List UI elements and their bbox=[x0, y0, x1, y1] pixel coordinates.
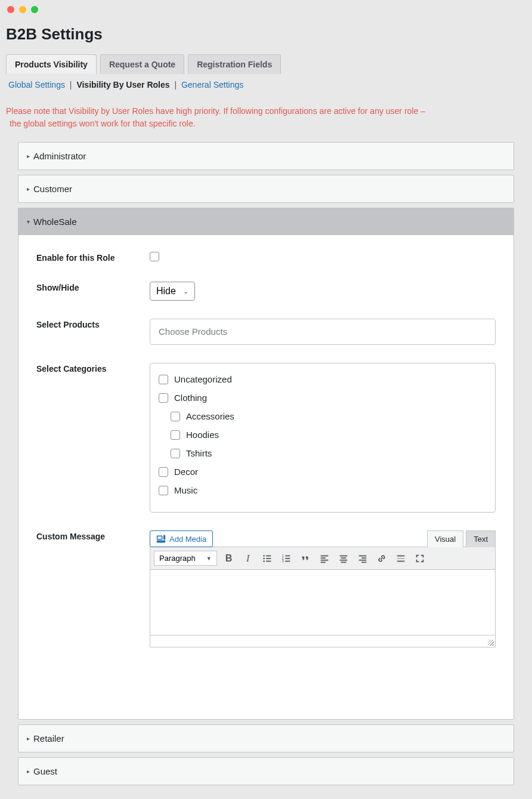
svg-rect-21 bbox=[361, 557, 366, 559]
role-label: Administrator bbox=[33, 151, 86, 161]
select-categories-label: Select Categories bbox=[36, 363, 150, 513]
bullet-list-button[interactable] bbox=[260, 551, 274, 566]
role-accordion-guest[interactable]: ▸ Guest bbox=[18, 757, 514, 785]
showhide-label: Show/Hide bbox=[36, 282, 150, 301]
readmore-button[interactable] bbox=[394, 551, 408, 566]
chevron-down-icon: ⌄ bbox=[183, 288, 188, 295]
format-select[interactable]: Paragraph ▼ bbox=[154, 551, 217, 566]
subnav-visibility-roles[interactable]: Visibility By User Roles bbox=[76, 80, 169, 90]
format-value: Paragraph bbox=[159, 554, 196, 563]
svg-rect-20 bbox=[358, 555, 366, 556]
subnav-global-settings[interactable]: Global Settings bbox=[8, 80, 65, 90]
align-right-button[interactable] bbox=[355, 551, 370, 566]
svg-rect-3 bbox=[266, 558, 271, 559]
chevron-down-icon: ▾ bbox=[27, 218, 30, 225]
page-title: B2B Settings bbox=[6, 25, 526, 44]
svg-rect-12 bbox=[320, 555, 328, 556]
category-checkbox-uncategorized[interactable] bbox=[159, 375, 168, 384]
enable-role-label: Enable for this Role bbox=[36, 252, 150, 264]
tab-products-visibility[interactable]: Products Visibility bbox=[6, 54, 97, 74]
category-checkbox-decor[interactable] bbox=[159, 467, 168, 477]
svg-rect-19 bbox=[341, 562, 346, 563]
bold-icon: B bbox=[225, 553, 233, 564]
align-center-icon bbox=[338, 553, 349, 564]
products-input-wrap[interactable] bbox=[150, 319, 496, 345]
svg-rect-7 bbox=[285, 555, 290, 556]
role-label: Retailer bbox=[33, 733, 64, 744]
select-products-label: Select Products bbox=[36, 319, 150, 345]
add-media-button[interactable]: Add Media bbox=[150, 530, 213, 547]
category-checkbox-music[interactable] bbox=[159, 486, 168, 495]
resize-handle[interactable] bbox=[488, 640, 494, 646]
role-label: WholeSale bbox=[33, 217, 77, 227]
titlebar bbox=[0, 0, 532, 19]
role-accordion-wholesale: ▾ WholeSale Enable for this Role Show/Hi… bbox=[18, 208, 514, 720]
editor-content[interactable] bbox=[150, 570, 496, 636]
svg-rect-1 bbox=[266, 555, 271, 556]
category-label: Clothing bbox=[174, 393, 207, 403]
separator: | bbox=[67, 80, 75, 90]
chevron-right-icon: ▸ bbox=[27, 186, 30, 192]
category-label: Music bbox=[174, 485, 197, 495]
blockquote-button[interactable] bbox=[298, 551, 313, 566]
bullet-list-icon bbox=[262, 553, 273, 564]
role-accordion-administrator[interactable]: ▸ Administrator bbox=[18, 142, 514, 170]
svg-point-0 bbox=[263, 555, 265, 557]
italic-button[interactable]: I bbox=[241, 551, 255, 566]
notice-line2: the global settings won't work for that … bbox=[6, 118, 526, 130]
svg-rect-13 bbox=[320, 557, 325, 559]
align-left-button[interactable] bbox=[317, 551, 332, 566]
category-label: Uncategorized bbox=[174, 374, 232, 384]
enable-role-checkbox[interactable] bbox=[150, 252, 159, 261]
svg-rect-15 bbox=[320, 562, 325, 563]
editor-tab-visual[interactable]: Visual bbox=[427, 530, 463, 547]
products-input[interactable] bbox=[159, 326, 230, 337]
window-maximize-button[interactable] bbox=[31, 6, 38, 13]
chevron-right-icon: ▸ bbox=[27, 768, 30, 775]
editor-statusbar bbox=[150, 636, 496, 647]
svg-rect-24 bbox=[397, 555, 404, 556]
quote-icon bbox=[300, 553, 311, 564]
editor-tab-text[interactable]: Text bbox=[466, 530, 496, 547]
category-label: Accessories bbox=[186, 411, 234, 421]
svg-rect-23 bbox=[361, 562, 366, 563]
priority-notice: Please note that Visibility by User Role… bbox=[6, 93, 526, 136]
svg-rect-16 bbox=[339, 555, 347, 556]
category-checkbox-tshirts[interactable] bbox=[171, 449, 180, 458]
role-label: Guest bbox=[33, 766, 57, 776]
bold-button[interactable]: B bbox=[222, 551, 236, 566]
italic-icon: I bbox=[246, 553, 249, 564]
sub-navigation: Global Settings | Visibility By User Rol… bbox=[6, 74, 526, 93]
svg-rect-11 bbox=[285, 560, 290, 562]
showhide-select[interactable]: Hide ⌄ bbox=[150, 282, 195, 301]
showhide-value: Hide bbox=[156, 286, 176, 297]
chevron-down-icon: ▼ bbox=[206, 556, 212, 562]
editor-toolbar: Paragraph ▼ B I 123 bbox=[150, 547, 496, 570]
svg-rect-9 bbox=[285, 558, 290, 559]
category-checkbox-accessories[interactable] bbox=[171, 412, 180, 421]
custom-message-label: Custom Message bbox=[36, 530, 150, 647]
role-header-wholesale[interactable]: ▾ WholeSale bbox=[18, 208, 514, 235]
link-icon bbox=[376, 553, 387, 564]
category-label: Decor bbox=[174, 467, 198, 477]
window-close-button[interactable] bbox=[7, 6, 14, 13]
category-checkbox-clothing[interactable] bbox=[159, 393, 168, 403]
readmore-icon bbox=[395, 553, 406, 564]
role-accordion-retailer[interactable]: ▸ Retailer bbox=[18, 724, 514, 752]
notice-line1: Please note that Visibility by User Role… bbox=[6, 106, 425, 116]
numbered-list-button[interactable]: 123 bbox=[279, 551, 293, 566]
window-minimize-button[interactable] bbox=[19, 6, 26, 13]
fullscreen-button[interactable] bbox=[413, 551, 427, 566]
main-tabs: Products Visibility Request a Quote Regi… bbox=[6, 54, 526, 74]
tab-request-quote[interactable]: Request a Quote bbox=[100, 54, 184, 74]
svg-rect-25 bbox=[397, 558, 404, 559]
category-checkbox-hoodies[interactable] bbox=[171, 430, 180, 440]
align-center-button[interactable] bbox=[336, 551, 351, 566]
role-label: Customer bbox=[33, 184, 72, 194]
role-accordion-customer[interactable]: ▸ Customer bbox=[18, 175, 514, 203]
svg-point-2 bbox=[263, 557, 265, 559]
subnav-general-settings[interactable]: General Settings bbox=[181, 80, 243, 90]
numbered-list-icon: 123 bbox=[281, 553, 292, 564]
tab-registration-fields[interactable]: Registration Fields bbox=[188, 54, 281, 74]
link-button[interactable] bbox=[375, 551, 389, 566]
